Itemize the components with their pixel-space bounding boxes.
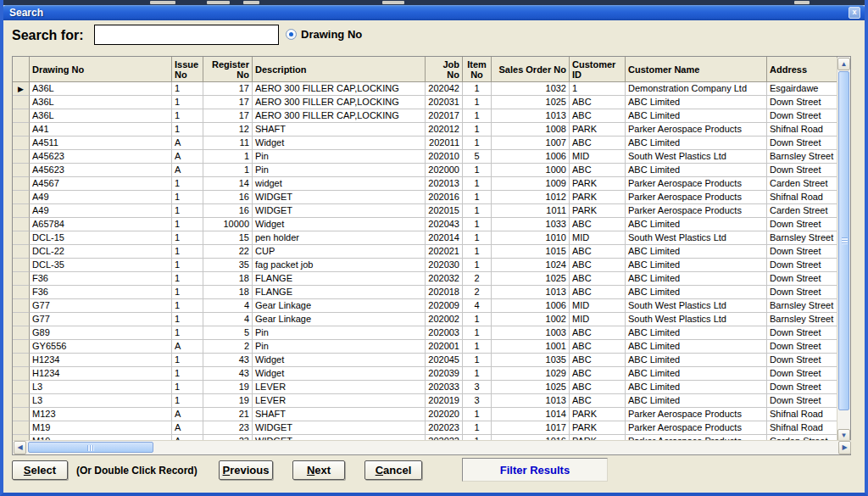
cell-item_no[interactable]: 1 bbox=[463, 164, 492, 177]
cell-drawing_no[interactable]: GY6556 bbox=[30, 340, 172, 354]
cell-sales_order_no[interactable]: 1015 bbox=[492, 245, 570, 259]
cell-sales_order_no[interactable]: 1006 bbox=[492, 150, 570, 164]
cell-sales_order_no[interactable]: 1008 bbox=[492, 123, 570, 137]
cell-description[interactable]: LEVER bbox=[253, 381, 426, 394]
cell-sales_order_no[interactable]: 1025 bbox=[492, 272, 570, 286]
cell-job_no[interactable]: 202031 bbox=[426, 96, 463, 109]
cell-customer_name[interactable]: ABC Limited bbox=[626, 394, 767, 408]
title-bar[interactable]: Search x bbox=[3, 5, 865, 20]
cell-issue_no[interactable]: 1 bbox=[172, 354, 203, 367]
cell-item_no[interactable]: 1 bbox=[463, 191, 492, 204]
cell-item_no[interactable]: 1 bbox=[463, 340, 492, 354]
cell-description[interactable]: SHAFT bbox=[253, 408, 426, 421]
cell-job_no[interactable]: 202020 bbox=[426, 408, 463, 421]
cell-description[interactable]: AERO 300 FILLER CAP,LOCKING bbox=[253, 109, 426, 123]
cell-address[interactable]: Down Street bbox=[767, 218, 837, 231]
cell-item_no[interactable]: 1 bbox=[463, 354, 492, 367]
cell-register_no[interactable]: 1 bbox=[203, 164, 253, 177]
next-button[interactable]: Next bbox=[292, 460, 345, 480]
cell-customer_id[interactable]: ABC bbox=[570, 259, 626, 272]
cell-customer_name[interactable]: ABC Limited bbox=[626, 96, 767, 109]
cell-description[interactable]: Pin bbox=[253, 340, 426, 354]
cell-drawing_no[interactable]: L3 bbox=[30, 394, 172, 408]
cell-sales_order_no[interactable]: 1006 bbox=[492, 299, 570, 313]
cell-sales_order_no[interactable]: 1025 bbox=[492, 96, 570, 109]
row-selector-cell[interactable]: ▶ bbox=[13, 82, 30, 96]
row-selector-cell[interactable] bbox=[13, 286, 30, 299]
cell-register_no[interactable]: 21 bbox=[203, 408, 253, 421]
row-selector-cell[interactable] bbox=[13, 177, 30, 191]
cell-customer_name[interactable]: Parker Aerospace Products bbox=[626, 191, 767, 204]
cell-sales_order_no[interactable]: 1009 bbox=[492, 177, 570, 191]
cell-customer_name[interactable]: ABC Limited bbox=[626, 286, 767, 299]
cell-register_no[interactable]: 35 bbox=[203, 259, 253, 272]
cell-drawing_no[interactable]: DCL-35 bbox=[30, 259, 172, 272]
table-row[interactable]: F36118FLANGE20201821013ABCABC LimitedDow… bbox=[13, 286, 837, 299]
table-row[interactable]: DCL-22122CUP20202111015ABCABC LimitedDow… bbox=[13, 245, 837, 259]
table-row[interactable]: G8915Pin20200311003ABCABC LimitedDown St… bbox=[13, 326, 837, 340]
cell-customer_id[interactable]: ABC bbox=[570, 354, 626, 367]
cell-register_no[interactable]: 18 bbox=[203, 286, 253, 299]
cell-sales_order_no[interactable]: 1012 bbox=[492, 191, 570, 204]
cell-issue_no[interactable]: 1 bbox=[172, 191, 203, 204]
cell-issue_no[interactable]: 1 bbox=[172, 109, 203, 123]
filter-results-button[interactable]: Filter Results bbox=[462, 458, 608, 482]
cell-customer_id[interactable]: ABC bbox=[570, 137, 626, 150]
cell-job_no[interactable]: 202013 bbox=[426, 177, 463, 191]
cell-description[interactable]: widget bbox=[253, 177, 426, 191]
cell-register_no[interactable]: 11 bbox=[203, 137, 253, 150]
cell-register_no[interactable]: 43 bbox=[203, 367, 253, 381]
cell-customer_name[interactable]: ABC Limited bbox=[626, 137, 767, 150]
cell-issue_no[interactable]: 1 bbox=[172, 394, 203, 408]
cell-drawing_no[interactable]: DCL-22 bbox=[30, 245, 172, 259]
cell-customer_id[interactable]: ABC bbox=[570, 96, 626, 109]
cell-sales_order_no[interactable]: 1013 bbox=[492, 394, 570, 408]
cell-issue_no[interactable]: 1 bbox=[172, 245, 203, 259]
cell-address[interactable]: Carden Street bbox=[767, 204, 837, 218]
cell-item_no[interactable]: 1 bbox=[463, 137, 492, 150]
cell-drawing_no[interactable]: H1234 bbox=[30, 354, 172, 367]
cell-register_no[interactable]: 14 bbox=[203, 177, 253, 191]
cell-job_no[interactable]: 202042 bbox=[426, 82, 463, 96]
cell-register_no[interactable]: 12 bbox=[203, 123, 253, 137]
vertical-scrollbar[interactable]: ▲ ▼ bbox=[837, 58, 849, 442]
cell-customer_name[interactable]: Parker Aerospace Products bbox=[626, 177, 767, 191]
cell-address[interactable]: Down Street bbox=[767, 137, 837, 150]
cell-sales_order_no[interactable]: 1017 bbox=[492, 421, 570, 435]
cell-register_no[interactable]: 22 bbox=[203, 245, 253, 259]
cell-customer_id[interactable]: ABC bbox=[570, 109, 626, 123]
cell-description[interactable]: FLANGE bbox=[253, 272, 426, 286]
table-row[interactable]: A45623A1Pin20201051006MIDSouth West Plas… bbox=[13, 150, 837, 164]
cell-register_no[interactable]: 23 bbox=[203, 421, 253, 435]
cell-description[interactable]: Widget bbox=[253, 367, 426, 381]
cell-register_no[interactable]: 17 bbox=[203, 109, 253, 123]
cell-item_no[interactable]: 3 bbox=[463, 381, 492, 394]
cell-address[interactable]: Shifnal Road bbox=[767, 123, 837, 137]
cell-customer_id[interactable]: 1 bbox=[570, 82, 626, 96]
cell-job_no[interactable]: 202010 bbox=[426, 150, 463, 164]
cell-customer_name[interactable]: ABC Limited bbox=[626, 218, 767, 231]
cell-address[interactable]: Down Street bbox=[767, 340, 837, 354]
cell-customer_name[interactable]: ABC Limited bbox=[626, 381, 767, 394]
cell-description[interactable]: FLANGE bbox=[253, 286, 426, 299]
cell-sales_order_no[interactable]: 1013 bbox=[492, 109, 570, 123]
cell-item_no[interactable]: 1 bbox=[463, 259, 492, 272]
row-selector-cell[interactable] bbox=[13, 381, 30, 394]
table-row[interactable]: DCL-15115pen holder20201411010MIDSouth W… bbox=[13, 231, 837, 245]
row-selector-cell[interactable] bbox=[13, 245, 30, 259]
cell-customer_id[interactable]: PARK bbox=[570, 421, 626, 435]
cell-register_no[interactable]: 17 bbox=[203, 96, 253, 109]
cell-item_no[interactable]: 1 bbox=[463, 109, 492, 123]
cell-description[interactable]: pen holder bbox=[253, 231, 426, 245]
cell-description[interactable]: Pin bbox=[253, 326, 426, 340]
cell-register_no[interactable]: 43 bbox=[203, 354, 253, 367]
cell-job_no[interactable]: 202033 bbox=[426, 381, 463, 394]
cell-item_no[interactable]: 1 bbox=[463, 177, 492, 191]
cell-drawing_no[interactable]: G77 bbox=[30, 299, 172, 313]
cell-customer_id[interactable]: ABC bbox=[570, 381, 626, 394]
cell-address[interactable]: Down Street bbox=[767, 354, 837, 367]
row-selector-cell[interactable] bbox=[13, 191, 30, 204]
cell-customer_name[interactable]: Parker Aerospace Products bbox=[626, 408, 767, 421]
cell-drawing_no[interactable]: A65784 bbox=[30, 218, 172, 231]
cell-customer_name[interactable]: ABC Limited bbox=[626, 340, 767, 354]
